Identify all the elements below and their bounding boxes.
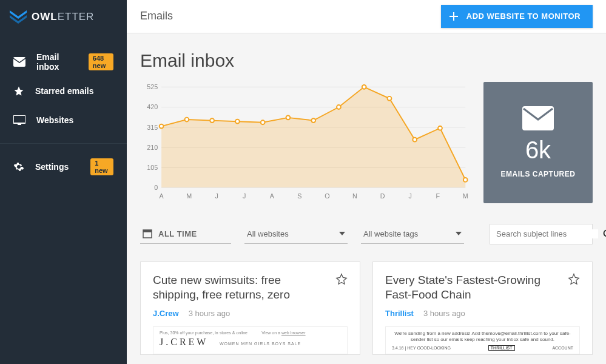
- preview-nav: WOMEN MEN GIRLS BOYS SALE: [220, 342, 301, 346]
- svg-text:F: F: [436, 192, 440, 199]
- sidebar-item-email-inbox[interactable]: Email inbox 648 new: [0, 47, 127, 76]
- stat-value: 6k: [525, 136, 551, 164]
- brand-logo[interactable]: OWLETTER: [0, 0, 127, 34]
- time-filter[interactable]: ALL TIME: [140, 224, 231, 244]
- svg-rect-2: [18, 124, 21, 125]
- svg-text:N: N: [352, 192, 357, 199]
- svg-point-36: [388, 96, 392, 100]
- sidebar-item-settings[interactable]: Settings 1 new: [0, 152, 127, 181]
- calendar-icon: [143, 229, 152, 238]
- star-outline-icon[interactable]: [335, 273, 348, 303]
- search-icon: [603, 229, 606, 239]
- websites-filter[interactable]: All websites: [244, 224, 348, 244]
- svg-point-32: [286, 115, 291, 120]
- email-preview: Plus, 30% off your purchase, in stores &…: [153, 326, 348, 354]
- svg-text:M: M: [186, 192, 192, 199]
- email-card-title: Cute new swimsuits: free shipping, free …: [153, 273, 328, 303]
- emails-chart: 0105210315420525AMJJASONDJFM: [140, 82, 471, 206]
- svg-point-31: [261, 120, 265, 124]
- svg-point-37: [412, 137, 417, 141]
- svg-point-30: [235, 119, 240, 123]
- sidebar-item-badge: 648 new: [89, 53, 113, 70]
- sidebar-item-label: Settings: [35, 162, 69, 172]
- sidebar-item-badge: 1 new: [90, 158, 113, 175]
- sidebar-separator: [0, 143, 127, 144]
- svg-text:O: O: [325, 192, 329, 199]
- search-box[interactable]: [490, 224, 593, 244]
- svg-point-33: [311, 118, 315, 123]
- star-outline-icon[interactable]: [568, 273, 580, 303]
- svg-text:J: J: [215, 192, 218, 199]
- svg-rect-0: [13, 57, 25, 67]
- breadcrumb: Emails: [140, 10, 173, 22]
- preview-account: ACCOUNT: [552, 346, 573, 350]
- filters-row: ALL TIME All websites All website tags: [140, 224, 593, 244]
- preview-brand: THRILLIST: [488, 345, 515, 351]
- topbar: Emails ADD WEBSITE TO MONITOR: [127, 0, 606, 33]
- sidebar-item-label: Email inbox: [36, 52, 67, 72]
- svg-text:M: M: [463, 192, 468, 199]
- chart-row: 0105210315420525AMJJASONDJFM 6k EMAILS C…: [140, 82, 593, 206]
- svg-text:525: 525: [147, 83, 158, 90]
- svg-point-28: [184, 117, 189, 121]
- mail-large-icon: [522, 106, 554, 130]
- svg-point-43: [604, 230, 607, 236]
- add-website-button[interactable]: ADD WEBSITE TO MONITOR: [441, 5, 593, 28]
- svg-text:420: 420: [147, 103, 158, 110]
- svg-point-35: [362, 85, 366, 89]
- websites-filter-label: All websites: [247, 229, 289, 238]
- page-title: Email inbox: [140, 50, 593, 71]
- email-cards: Cute new swimsuits: free shipping, free …: [140, 261, 593, 355]
- svg-text:A: A: [160, 192, 164, 199]
- plus-icon: [449, 12, 458, 21]
- svg-point-38: [438, 126, 442, 130]
- svg-text:210: 210: [147, 143, 158, 150]
- email-card[interactable]: Every State's Fastest-Growing Fast-Food …: [372, 261, 593, 355]
- time-filter-label: ALL TIME: [158, 229, 197, 238]
- sidebar-item-starred-emails[interactable]: Starred emails: [0, 76, 127, 106]
- svg-text:D: D: [380, 192, 385, 199]
- sidebar-item-label: Websites: [36, 115, 73, 125]
- stat-label: EMAILS CAPTURED: [501, 170, 576, 178]
- preview-text: We're sending from a new address! Add th…: [392, 331, 573, 343]
- sidebar: OWLETTER Email inbox 648 new Starred ema…: [0, 0, 127, 364]
- chevron-down-icon: [456, 232, 462, 235]
- email-card-time: 3 hours ago: [423, 309, 465, 318]
- preview-date: 3.4.16 | HEY GOOD-LOOKING: [392, 346, 451, 350]
- content: Email inbox 0105210315420525AMJJASONDJFM…: [127, 33, 606, 364]
- search-input[interactable]: [496, 229, 598, 238]
- mail-icon: [13, 57, 25, 67]
- brand-name: OWLETTER: [32, 11, 94, 23]
- svg-point-29: [210, 118, 214, 123]
- monitor-icon: [13, 115, 25, 125]
- email-card-brand[interactable]: J.Crew: [153, 309, 179, 318]
- email-card-brand[interactable]: Thrillist: [385, 309, 414, 318]
- svg-point-39: [463, 178, 468, 182]
- emails-captured-card: 6k EMAILS CAPTURED: [483, 82, 593, 203]
- chevron-down-icon: [339, 232, 345, 235]
- preview-logo: J.CREW: [160, 337, 208, 348]
- svg-text:S: S: [297, 192, 301, 199]
- svg-text:0: 0: [154, 184, 158, 191]
- sidebar-nav: Email inbox 648 new Starred emails Websi…: [0, 34, 127, 181]
- svg-text:J: J: [408, 192, 411, 199]
- svg-text:105: 105: [147, 163, 158, 170]
- svg-rect-42: [143, 230, 152, 232]
- svg-rect-1: [13, 115, 25, 123]
- svg-point-27: [160, 124, 164, 128]
- email-card-time: 3 hours ago: [189, 309, 231, 318]
- email-preview: We're sending from a new address! Add th…: [385, 326, 580, 354]
- svg-rect-40: [522, 106, 554, 130]
- sidebar-item-label: Starred emails: [35, 86, 94, 96]
- svg-text:J: J: [243, 192, 246, 199]
- gear-icon: [13, 161, 24, 172]
- tags-filter[interactable]: All website tags: [361, 224, 464, 244]
- sidebar-item-websites[interactable]: Websites: [0, 106, 127, 135]
- svg-point-34: [337, 105, 341, 109]
- email-card-title: Every State's Fastest-Growing Fast-Food …: [385, 273, 561, 303]
- svg-text:A: A: [270, 192, 275, 199]
- main: Emails ADD WEBSITE TO MONITOR Email inbo…: [127, 0, 606, 364]
- add-website-label: ADD WEBSITE TO MONITOR: [466, 12, 581, 21]
- email-card[interactable]: Cute new swimsuits: free shipping, free …: [140, 261, 360, 355]
- tags-filter-label: All website tags: [363, 229, 418, 238]
